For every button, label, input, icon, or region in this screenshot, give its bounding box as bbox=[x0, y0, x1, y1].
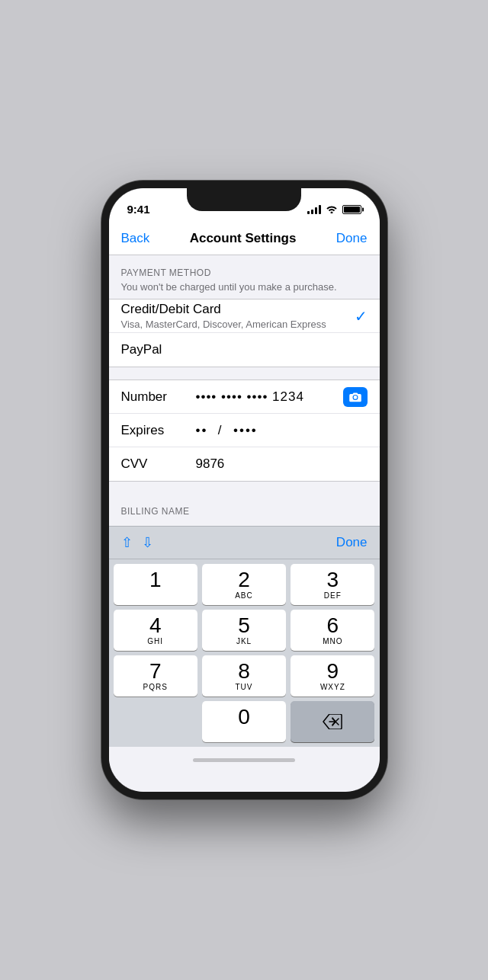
key-5[interactable]: 5 JKL bbox=[202, 610, 286, 651]
key-row-2: 4 GHI 5 JKL 6 MNO bbox=[109, 610, 380, 655]
number-label: Number bbox=[121, 389, 190, 405]
key-main-7: 7 bbox=[149, 661, 162, 682]
cvv-value: 9876 bbox=[190, 456, 368, 472]
credit-card-subtitle: Visa, MasterCard, Discover, American Exp… bbox=[121, 319, 348, 330]
toolbar-prev-button[interactable]: ⇧ bbox=[121, 534, 133, 551]
payment-section-title: PAYMENT METHOD bbox=[121, 267, 368, 278]
key-main-1: 1 bbox=[149, 569, 162, 591]
number-value: •••• •••• •••• 1234 bbox=[190, 389, 337, 405]
key-sub-5: JKL bbox=[236, 637, 252, 645]
nav-bar: Back Account Settings Done bbox=[109, 222, 380, 255]
delete-icon bbox=[323, 714, 342, 729]
battery-icon bbox=[342, 205, 361, 214]
credit-card-title: Credit/Debit Card bbox=[121, 302, 348, 317]
status-icons bbox=[307, 203, 361, 216]
key-row-3: 7 PQRS 8 TUV 9 WXYZ bbox=[109, 655, 380, 701]
notch bbox=[187, 188, 301, 211]
key-sub-1 bbox=[154, 591, 157, 600]
home-indicator bbox=[109, 747, 380, 773]
key-sub-2: ABC bbox=[235, 591, 253, 600]
key-main-3: 3 bbox=[327, 569, 339, 591]
key-main-2: 2 bbox=[238, 569, 250, 591]
expires-label: Expires bbox=[121, 423, 190, 438]
key-sub-7: PQRS bbox=[143, 683, 167, 691]
key-1[interactable]: 1 bbox=[114, 564, 197, 605]
key-sub-6: MNO bbox=[323, 637, 342, 645]
key-main-0: 0 bbox=[238, 706, 250, 728]
signal-bars-icon bbox=[307, 205, 321, 214]
wifi-icon bbox=[326, 203, 338, 216]
screen: 9:41 Back Account Settings Done bbox=[109, 188, 380, 792]
toolbar-next-button[interactable]: ⇩ bbox=[142, 534, 153, 551]
card-form: Number •••• •••• •••• 1234 Expires •• / … bbox=[109, 380, 380, 482]
key-0[interactable]: 0 bbox=[202, 701, 286, 742]
key-4[interactable]: 4 GHI bbox=[114, 610, 197, 651]
toolbar-navigation: ⇧ ⇩ bbox=[121, 534, 153, 551]
billing-section-header: BILLING NAME bbox=[109, 494, 380, 526]
status-bar: 9:41 bbox=[109, 188, 380, 222]
key-main-8: 8 bbox=[238, 661, 250, 682]
key-3[interactable]: 3 DEF bbox=[291, 564, 374, 605]
content-area: PAYMENT METHOD You won't be charged unti… bbox=[109, 255, 380, 792]
key-row-1: 1 2 ABC 3 DEF bbox=[109, 559, 380, 610]
nav-done-button[interactable]: Done bbox=[336, 231, 368, 246]
key-main-5: 5 bbox=[238, 615, 250, 636]
key-sub-4: GHI bbox=[147, 637, 163, 645]
cvv-label: CVV bbox=[121, 456, 190, 472]
paypal-option: PayPal bbox=[121, 342, 368, 357]
number-keyboard: 1 2 ABC 3 DEF 4 GHI bbox=[109, 559, 380, 747]
payment-section-header: PAYMENT METHOD You won't be charged unti… bbox=[109, 255, 380, 299]
payment-methods-list: Credit/Debit Card Visa, MasterCard, Disc… bbox=[109, 299, 380, 367]
back-button[interactable]: Back bbox=[121, 231, 150, 246]
nav-title: Account Settings bbox=[190, 231, 297, 246]
keyboard-toolbar: ⇧ ⇩ Done bbox=[109, 526, 380, 559]
key-8[interactable]: 8 TUV bbox=[202, 655, 286, 697]
billing-section-title: BILLING NAME bbox=[121, 506, 368, 517]
key-6[interactable]: 6 MNO bbox=[291, 610, 374, 651]
phone-frame: 9:41 Back Account Settings Done bbox=[101, 181, 387, 799]
list-item[interactable]: PayPal bbox=[109, 333, 380, 367]
key-empty-left bbox=[114, 701, 197, 742]
list-item[interactable]: Credit/Debit Card Visa, MasterCard, Disc… bbox=[109, 299, 380, 333]
key-sub-3: DEF bbox=[324, 591, 342, 600]
toolbar-done-button[interactable]: Done bbox=[336, 535, 368, 550]
key-main-6: 6 bbox=[327, 615, 339, 636]
camera-icon bbox=[348, 392, 362, 402]
credit-card-option: Credit/Debit Card Visa, MasterCard, Disc… bbox=[121, 302, 348, 330]
cvv-row[interactable]: CVV 9876 bbox=[109, 447, 380, 481]
status-time: 9:41 bbox=[127, 203, 150, 216]
card-number-row[interactable]: Number •••• •••• •••• 1234 bbox=[109, 380, 380, 414]
expires-value: •• / •••• bbox=[190, 423, 368, 438]
key-sub-9: WXYZ bbox=[320, 683, 345, 691]
key-main-9: 9 bbox=[327, 661, 339, 682]
camera-scan-button[interactable] bbox=[343, 387, 368, 407]
home-bar bbox=[193, 758, 295, 762]
delete-key[interactable] bbox=[291, 701, 374, 742]
credit-card-check-icon: ✓ bbox=[355, 307, 368, 325]
key-2[interactable]: 2 ABC bbox=[202, 564, 286, 605]
payment-section-subtitle: You won't be charged until you make a pu… bbox=[121, 281, 368, 293]
paypal-title: PayPal bbox=[121, 342, 368, 357]
key-9[interactable]: 9 WXYZ bbox=[291, 655, 374, 697]
key-sub-0 bbox=[242, 729, 246, 737]
key-sub-8: TUV bbox=[235, 683, 252, 691]
key-main-4: 4 bbox=[149, 615, 162, 636]
expires-row[interactable]: Expires •• / •••• bbox=[109, 414, 380, 447]
key-7[interactable]: 7 PQRS bbox=[114, 655, 197, 697]
key-row-4: 0 bbox=[109, 701, 380, 747]
